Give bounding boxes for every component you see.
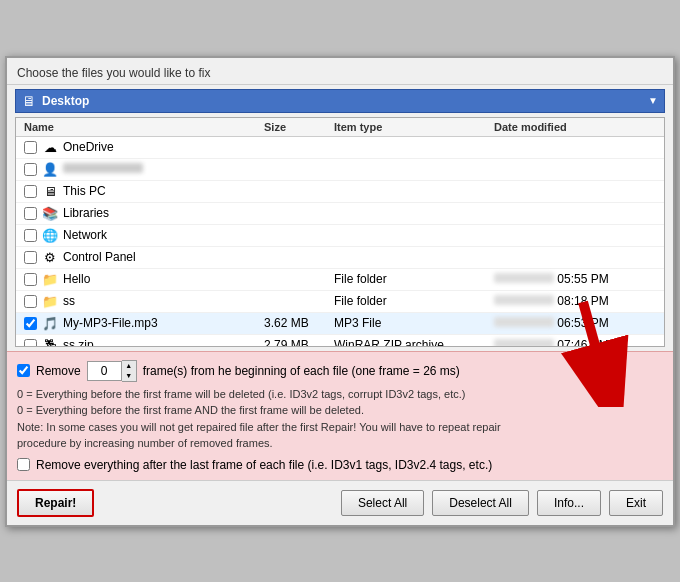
name-cell: 🎵My-MP3-File.mp3 bbox=[24, 315, 264, 331]
file-checkbox[interactable] bbox=[24, 207, 37, 220]
col-type-header: Item type bbox=[334, 121, 494, 133]
name-cell: 🗜ss.zip bbox=[24, 337, 264, 347]
file-name: OneDrive bbox=[63, 140, 114, 154]
name-cell: 📁Hello bbox=[24, 271, 264, 287]
col-date-header: Date modified bbox=[494, 121, 656, 133]
name-cell: 📁ss bbox=[24, 293, 264, 309]
file-name bbox=[63, 162, 143, 176]
file-name: ss bbox=[63, 294, 75, 308]
remove-last-checkbox[interactable] bbox=[17, 458, 30, 471]
folder-icon: 🖥 bbox=[22, 93, 36, 109]
remove-row: Remove ▲ ▼ frame(s) from he beginning of… bbox=[17, 360, 663, 382]
col-size-header: Size bbox=[264, 121, 334, 133]
name-cell: 🌐Network bbox=[24, 227, 264, 243]
file-checkbox[interactable] bbox=[24, 163, 37, 176]
button-row: Repair! Select All Deselect All Info... … bbox=[7, 480, 673, 525]
file-name: Libraries bbox=[63, 206, 109, 220]
file-icon: 📁 bbox=[42, 293, 58, 309]
table-row: 🗜ss.zip2.79 MBWinRAR ZIP archive 07:46 P… bbox=[16, 335, 664, 347]
date-time: 05:55 PM bbox=[554, 272, 609, 286]
col-name-header: Name bbox=[24, 121, 264, 133]
info-line-3: Note: In some cases you will not get rep… bbox=[17, 419, 663, 436]
table-row: 🖥This PC bbox=[16, 181, 664, 203]
deselect-all-button[interactable]: Deselect All bbox=[432, 490, 529, 516]
file-size: 3.62 MB bbox=[264, 316, 334, 330]
file-checkbox[interactable] bbox=[24, 251, 37, 264]
file-name: ss.zip bbox=[63, 338, 94, 347]
file-name: This PC bbox=[63, 184, 106, 198]
info-line-4: procedure by increasing number of remove… bbox=[17, 435, 663, 452]
select-all-button[interactable]: Select All bbox=[341, 490, 424, 516]
file-name: My-MP3-File.mp3 bbox=[63, 316, 158, 330]
remove-label: Remove bbox=[36, 364, 81, 378]
file-checkbox[interactable] bbox=[24, 339, 37, 347]
file-rows: ☁OneDrive👤🖥This PC📚Libraries🌐Network⚙Con… bbox=[16, 137, 664, 347]
table-row: 👤 bbox=[16, 159, 664, 181]
name-cell: 🖥This PC bbox=[24, 183, 264, 199]
file-type: File folder bbox=[334, 294, 494, 308]
file-size: 2.79 MB bbox=[264, 338, 334, 347]
spin-input-container: ▲ ▼ bbox=[87, 360, 137, 382]
table-row: 🌐Network bbox=[16, 225, 664, 247]
info-text-block: 0 = Everything before the first frame wi… bbox=[17, 386, 663, 452]
table-row: 📁HelloFile folder 05:55 PM bbox=[16, 269, 664, 291]
spin-buttons: ▲ ▼ bbox=[122, 360, 137, 382]
toolbar-row: 🖥 Desktop ▼ bbox=[7, 85, 673, 117]
spin-up-button[interactable]: ▲ bbox=[122, 361, 136, 371]
file-icon: 🌐 bbox=[42, 227, 58, 243]
file-date: 08:18 PM bbox=[494, 294, 656, 308]
frame-text: frame(s) from he beginning of each file … bbox=[143, 364, 460, 378]
file-type: WinRAR ZIP archive bbox=[334, 338, 494, 347]
file-checkbox[interactable] bbox=[24, 185, 37, 198]
date-time: 08:18 PM bbox=[554, 294, 609, 308]
file-date: 07:46 PM bbox=[494, 338, 656, 347]
info-button[interactable]: Info... bbox=[537, 490, 601, 516]
file-type: File folder bbox=[334, 272, 494, 286]
main-dialog: Choose the files you would like to fix 🖥… bbox=[5, 56, 675, 527]
date-time: 07:46 PM bbox=[554, 338, 609, 347]
name-cell: ⚙Control Panel bbox=[24, 249, 264, 265]
file-checkbox[interactable] bbox=[24, 295, 37, 308]
file-checkbox[interactable] bbox=[24, 273, 37, 286]
frames-input[interactable] bbox=[87, 361, 122, 381]
info-line-1: 0 = Everything before the first frame wi… bbox=[17, 386, 663, 403]
file-icon: ☁ bbox=[42, 139, 58, 155]
name-cell: 👤 bbox=[24, 161, 264, 177]
dialog-title: Choose the files you would like to fix bbox=[7, 58, 673, 85]
title-text: Choose the files you would like to fix bbox=[17, 66, 210, 80]
file-icon: 📁 bbox=[42, 271, 58, 287]
repair-button[interactable]: Repair! bbox=[17, 489, 94, 517]
blurred-date bbox=[494, 317, 554, 327]
name-cell: ☁OneDrive bbox=[24, 139, 264, 155]
blurred-name bbox=[63, 163, 143, 173]
table-row: 📚Libraries bbox=[16, 203, 664, 225]
file-icon: 👤 bbox=[42, 161, 58, 177]
file-date: 06:53 PM bbox=[494, 316, 656, 330]
file-checkbox[interactable] bbox=[24, 141, 37, 154]
table-row: ☁OneDrive bbox=[16, 137, 664, 159]
file-icon: ⚙ bbox=[42, 249, 58, 265]
file-name: Hello bbox=[63, 272, 90, 286]
location-text: Desktop bbox=[42, 94, 648, 108]
file-icon: 🖥 bbox=[42, 183, 58, 199]
exit-button[interactable]: Exit bbox=[609, 490, 663, 516]
dropdown-arrow-icon: ▼ bbox=[648, 95, 658, 106]
location-bar[interactable]: 🖥 Desktop ▼ bbox=[15, 89, 665, 113]
file-icon: 🗜 bbox=[42, 337, 58, 347]
table-row: 📁ssFile folder 08:18 PM bbox=[16, 291, 664, 313]
name-cell: 📚Libraries bbox=[24, 205, 264, 221]
file-list-container: Name Size Item type Date modified ☁OneDr… bbox=[15, 117, 665, 347]
table-row: 🎵My-MP3-File.mp33.62 MBMP3 File 06:53 PM bbox=[16, 313, 664, 335]
date-time: 06:53 PM bbox=[554, 316, 609, 330]
file-checkbox[interactable] bbox=[24, 317, 37, 330]
file-checkbox[interactable] bbox=[24, 229, 37, 242]
file-list-header: Name Size Item type Date modified bbox=[16, 118, 664, 137]
file-type: MP3 File bbox=[334, 316, 494, 330]
blurred-date bbox=[494, 273, 554, 283]
spin-down-button[interactable]: ▼ bbox=[122, 371, 136, 381]
remove-last-row: Remove everything after the last frame o… bbox=[17, 458, 663, 472]
file-icon: 🎵 bbox=[42, 315, 58, 331]
info-line-2: 0 = Everything before the first frame AN… bbox=[17, 402, 663, 419]
remove-checkbox[interactable] bbox=[17, 364, 30, 377]
bottom-panel: Remove ▲ ▼ frame(s) from he beginning of… bbox=[7, 351, 673, 480]
